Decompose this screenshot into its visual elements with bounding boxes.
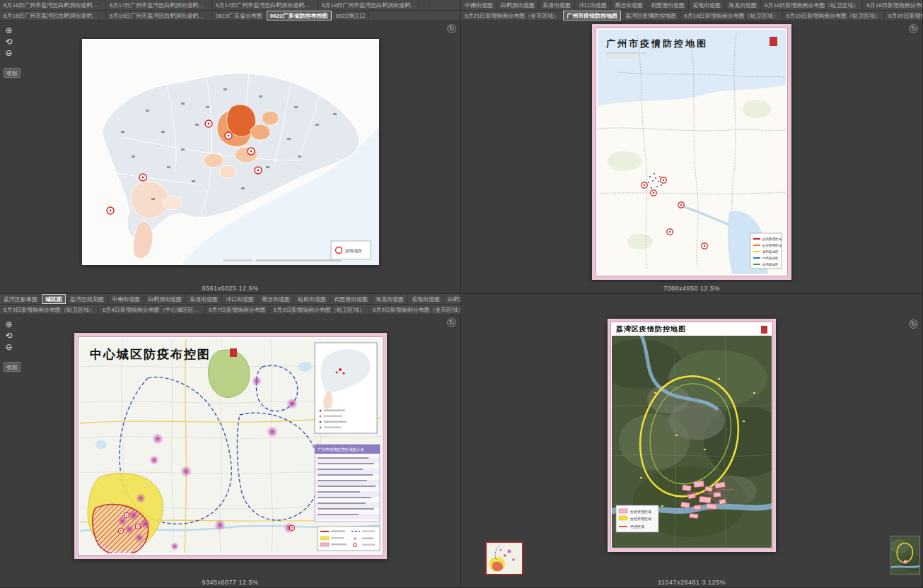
tab-label: 中南街道图 [465, 1, 493, 9]
refresh-icon[interactable]: ↻ [909, 319, 918, 329]
tab[interactable]: 6月7日新增病例分布图 [205, 305, 270, 314]
tab-label: 6月21日新增病例分布图（全市区域） [465, 12, 559, 20]
tab-label: 海龙街道图 [376, 295, 404, 303]
tab-label: 6月7日新增病例分布图 [209, 306, 266, 314]
tab[interactable]: 茶滘街道图 [611, 0, 647, 10]
tab-label: 6月18日新增病例分布图（站卫区域） [765, 1, 859, 9]
legend-item: 高风险地区 [762, 249, 779, 254]
map-canvas-central-urban[interactable]: ⊕ ⟲ ⊖ 收起 ↻ [0, 315, 460, 577]
tab[interactable]: 中南街道图 [108, 294, 144, 304]
reset-view-button[interactable]: ⟲ [4, 331, 14, 341]
status-bar: 7088x4950 12.5% [461, 283, 922, 293]
zoom-in-button[interactable]: ⊕ [4, 25, 14, 35]
zoom-in-button[interactable]: ⊕ [4, 319, 14, 329]
status-bar: 11047x26461 3.125% [461, 577, 922, 587]
tab[interactable]: 0622广东省防控布控图 [267, 11, 332, 20]
tab[interactable]: 荔湾区线划图 [66, 294, 108, 304]
legend-item: 封闭管理区域 [630, 510, 651, 514]
tab[interactable]: 6月18日新增病例分布图（全市区域） [863, 0, 922, 10]
tab[interactable]: 茶滘街道图 [258, 294, 294, 304]
tab[interactable]: 6月18日广州市荔湾区白鹤洞街道鹤园小区药检分布图（共55栋） [318, 0, 424, 10]
tab-label: 6月17日广州市荔湾区白鹤洞街道鹤园小区药检分布图（共58栋） [216, 1, 314, 9]
tab[interactable]: 白鹤洞街道图 [144, 294, 186, 304]
collapse-button[interactable]: 收起 [4, 68, 21, 78]
tab[interactable]: 6月4日新增病例分布图（中心城区区域） [99, 305, 205, 314]
zoom-out-button[interactable]: ⊖ [4, 342, 14, 352]
tab[interactable]: 6月17日广州市荔湾区白鹤洞街道鹤园小区药检分布图（共57栋） [106, 0, 212, 10]
tab-label: 茶滘街道图 [615, 1, 643, 9]
tab[interactable]: 白鹤洞街道图 [444, 294, 460, 304]
tab[interactable]: 广州市疫情防控地图 [563, 11, 622, 20]
tab[interactable]: 冲口街道图 [575, 0, 611, 10]
tab[interactable]: 6月17日广州市荔湾区白鹤洞街道鹤园小区药检分布图（共58栋） [212, 0, 318, 10]
tab-label: 广州市疫情防控地图 [567, 12, 617, 20]
tab[interactable]: 中南街道图 [461, 0, 497, 10]
tab[interactable]: 0622珠江口 [332, 11, 370, 20]
tab-label: 冲口街道图 [579, 1, 607, 9]
tab-row-1: 荔湾区影像图城区图荔湾区线划图中南街道图白鹤洞街道图东漖街道图冲口街道图茶滘街道… [0, 294, 460, 305]
tab[interactable]: 站前街道图 [294, 294, 330, 304]
thumbnail-central-urban-map[interactable] [485, 541, 523, 575]
tab-label: 海龙街道图 [728, 1, 757, 9]
refresh-icon[interactable]: ↻ [447, 318, 456, 327]
tab[interactable]: 城区图 [42, 294, 66, 304]
tab-label: 6月18日广州市荔湾区白鹤洞街道鹤园小区药检分布图（共55栋） [322, 1, 420, 9]
tab[interactable]: 6月20日新增病例分布图（全市区域） [885, 11, 922, 20]
map-liwan-district: 荔湾区疫情防控地图 [608, 319, 776, 552]
tab[interactable]: 6月3日新增病例分布图（站卫区域） [0, 305, 99, 314]
tab-label: 6月20日新增病例分布图（全市区域） [888, 12, 922, 20]
tab[interactable]: 花地街道图 [408, 294, 444, 304]
tab[interactable]: 6月18日广州市荔湾区白鹤洞街道鹤园小区药检分布图（共58栋） [0, 11, 106, 20]
tab[interactable]: 6月19日广州市荔湾区白鹤洞街道鹤园小区药检分布图（共58栋） [106, 11, 212, 20]
tab-label: 中南街道图 [112, 295, 140, 303]
pane-top-right: 中南街道图白鹤洞街道图东漖街道图冲口街道图茶滘街道图石围塘街道图花地街道图海龙街… [461, 0, 923, 294]
tab[interactable]: 6月18日新增病例分布图（站卫区域） [761, 0, 863, 10]
province-legend-label: 疫情地区 [345, 248, 362, 254]
image-size-zoom: 7088x4950 12.5% [663, 285, 720, 292]
tab[interactable]: 海龙街道图 [372, 294, 408, 304]
refresh-icon[interactable]: ↻ [909, 24, 918, 33]
refresh-icon[interactable]: ↻ [447, 24, 456, 33]
tab[interactable]: 荔湾区疫情防控地图 [622, 11, 680, 20]
tab[interactable]: 0619广东省分布图 [212, 11, 267, 20]
tab[interactable]: 石围塘街道图 [647, 0, 689, 10]
map-canvas-guangdong[interactable]: ⊕ ⟲ ⊖ 收起 ↻ [0, 21, 460, 283]
legend-item: 封控管理区域 [762, 243, 782, 247]
tab[interactable]: 花地街道图 [689, 0, 725, 10]
tab[interactable]: 冲口街道图 [222, 294, 258, 304]
tab[interactable]: 东漖街道图 [539, 0, 575, 10]
zoom-out-button[interactable]: ⊖ [4, 48, 14, 58]
image-size-zoom: 11047x26461 3.125% [658, 579, 726, 586]
tab-label: 6月4日新增病例分布图（中心城区区域） [103, 306, 201, 314]
tab[interactable]: 石围塘街道图 [330, 294, 372, 304]
tab-label: 荔湾区线划图 [70, 295, 104, 303]
map-title: 荔湾区疫情防控地图 [616, 324, 686, 334]
tab-label: 冲口街道图 [226, 295, 254, 303]
map-canvas-liwan[interactable]: ↻ 荔湾区疫情防控地图 [461, 294, 922, 577]
tab[interactable]: 6月18日新增病例分布图（站卫区域） [680, 11, 782, 20]
status-bar: 8561x6025 12.5% [0, 283, 460, 293]
tab-row-2: 6月18日广州市荔湾区白鹤洞街道鹤园小区药检分布图（共58栋）6月19日广州市荔… [0, 11, 460, 21]
collapse-button[interactable]: 收起 [4, 362, 21, 372]
tab-label: 0619广东省分布图 [216, 12, 262, 20]
tab[interactable]: 6月16日广州市荔湾区白鹤洞街道鹤园小区药检分布图（共55栋） [0, 0, 106, 10]
tab[interactable]: 白鹤洞街道图 [497, 0, 539, 10]
tab[interactable]: 荔湾区影像图 [0, 294, 42, 304]
tab[interactable]: 6月21日新增病例分布图（全市区域） [461, 11, 563, 20]
pane-bottom-left: 荔湾区影像图城区图荔湾区线划图中南街道图白鹤洞街道图东漖街道图冲口街道图茶滘街道… [0, 294, 461, 588]
guangdong-map-art: 疫情地区 [82, 39, 379, 265]
stats-table-title: 广州市疫情防控区域统计表 [318, 447, 365, 452]
tab[interactable]: 6月9日新增病例分布图（全市区域） [369, 305, 460, 314]
tab[interactable]: 东漖街道图 [186, 294, 222, 304]
tab-row-2: 6月3日新增病例分布图（站卫区域）6月4日新增病例分布图（中心城区区域）6月7日… [0, 305, 460, 315]
tab-label: 6月19日广州市荔湾区白鹤洞街道鹤园小区药检分布图（共58栋） [110, 12, 208, 20]
tab-label: 6月17日广州市荔湾区白鹤洞街道鹤园小区药检分布图（共57栋） [110, 1, 208, 9]
pane-bottom-right: ↻ 荔湾区疫情防控地图 [461, 294, 923, 588]
thumbnail-liwan-satellite-map[interactable] [890, 536, 920, 575]
tab[interactable]: 海龙街道图 [725, 0, 761, 10]
reset-view-button[interactable]: ⟲ [4, 37, 14, 47]
tab-row-1: 6月16日广州市荔湾区白鹤洞街道鹤园小区药检分布图（共55栋）6月17日广州市荔… [0, 0, 460, 11]
map-canvas-guangzhou[interactable]: ↻ [461, 21, 922, 283]
tab[interactable]: 6月9日新增病例分布图（站卫区域） [270, 305, 369, 314]
tab[interactable]: 6月19日新增病例分布图（站卫区域） [783, 11, 885, 20]
